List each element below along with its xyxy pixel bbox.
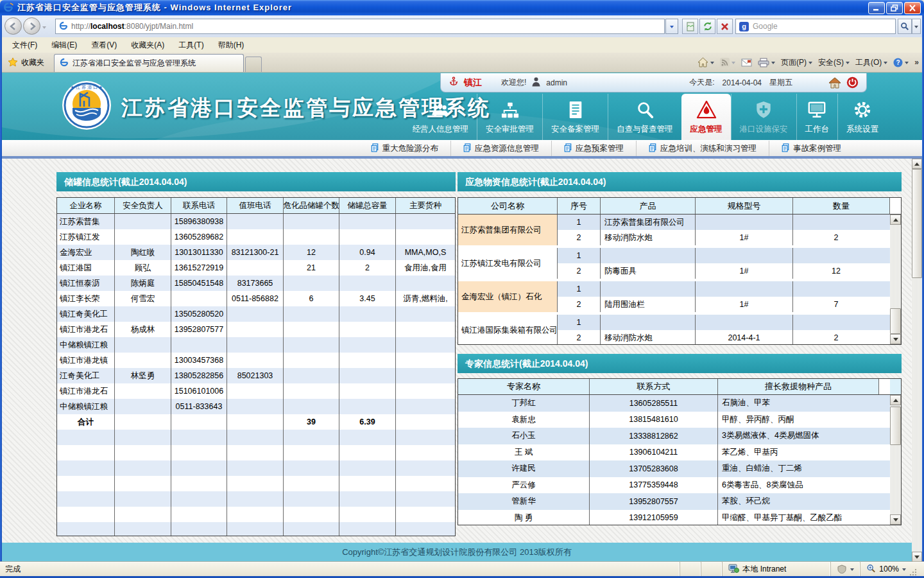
close-button[interactable] — [904, 2, 921, 14]
table-cell — [696, 281, 793, 297]
materials-scrollbar[interactable] — [890, 215, 901, 344]
scroll-up-button[interactable] — [912, 159, 922, 169]
document-icon — [782, 143, 789, 154]
nav-item-monitor[interactable]: 工作台 — [796, 94, 838, 140]
scrollbar-thumb[interactable] — [890, 308, 901, 334]
nav-item-magnifier[interactable]: 自查与督查管理 — [608, 94, 681, 140]
zoom-control[interactable]: 100% — [860, 562, 924, 576]
table-cell: 金海宏业 — [57, 245, 115, 260]
nav-item-shield[interactable]: 港口设施保安 — [731, 94, 796, 140]
scrollbar-thumb[interactable] — [890, 407, 901, 445]
subnav-item-4[interactable]: 应急培训、演练和演习管理 — [636, 141, 769, 156]
address-dropdown-button[interactable] — [665, 19, 678, 34]
table-cell — [696, 248, 793, 263]
home-shortcut-button[interactable] — [828, 77, 841, 89]
resize-grip[interactable] — [909, 568, 917, 576]
table-cell: 2 — [793, 330, 879, 345]
table-cell — [115, 460, 171, 476]
expert-products-cell: 甲缩醛、甲基异丁基酮、乙酸乙酯 — [718, 510, 879, 526]
expert-products-cell: 石脑油、甲苯 — [718, 395, 879, 412]
nav-item-warning[interactable]: 应急管理 — [681, 94, 731, 140]
read-mail-button[interactable] — [741, 58, 752, 67]
expert-phone-cell: 13338812862 — [590, 428, 718, 444]
nav-item-gear[interactable]: 系统设置 — [837, 94, 887, 140]
feeds-button[interactable] — [720, 58, 735, 67]
nav-item-orgchart[interactable]: 安全审批管理 — [477, 94, 542, 140]
expert-phone-cell: 13605285511 — [590, 395, 718, 412]
forward-button[interactable] — [23, 17, 40, 35]
table-cell: 林坚勇 — [115, 368, 171, 383]
subnav-item-2[interactable]: 应急资源信息管理 — [450, 141, 551, 156]
page-menu[interactable]: 页面(P) — [781, 57, 812, 68]
table-cell: 移动消防水炮 — [601, 230, 696, 245]
refresh-button[interactable] — [699, 19, 715, 34]
scroll-down-button[interactable] — [912, 552, 922, 562]
back-button[interactable] — [4, 17, 22, 35]
tank-panel-title: 储罐信息统计(截止2014.04.04) — [56, 172, 456, 191]
compatibility-view-button[interactable] — [682, 19, 698, 34]
table-row: 1 — [558, 248, 901, 263]
subnav-item-1[interactable]: 重大危险源分布 — [359, 141, 451, 156]
scroll-down-button[interactable] — [890, 334, 901, 344]
zoom-icon — [866, 564, 876, 575]
search-input[interactable]: g Google — [735, 19, 896, 34]
table-cell — [396, 399, 455, 414]
subnav-item-5[interactable]: 事故案例管理 — [769, 141, 853, 156]
safety-menu[interactable]: 安全(S) — [818, 57, 850, 68]
table-cell — [57, 522, 115, 536]
expert-name-cell: 管新华 — [458, 493, 590, 510]
protected-mode-button[interactable] — [830, 562, 860, 576]
scroll-up-button[interactable] — [890, 395, 901, 405]
experts-scrollbar[interactable] — [890, 395, 901, 525]
table-cell — [171, 337, 227, 353]
nav-item-document[interactable]: 安全备案管理 — [542, 94, 608, 140]
table-row: 2移动消防水炮2014-4-12 — [558, 330, 901, 345]
favorites-button[interactable]: 收藏夹 — [3, 56, 49, 69]
table-cell — [227, 522, 284, 536]
company-group: 江苏镇江发电有限公司12防毒面具1#12 — [458, 248, 901, 279]
table-cell — [57, 476, 115, 491]
menu-item-4[interactable]: 收藏夹(A) — [124, 38, 171, 53]
table-cell: 1 — [558, 248, 601, 263]
company-name-cell: 江苏镇江发电有限公司 — [458, 248, 558, 279]
menu-item-3[interactable]: 查看(V) — [84, 38, 124, 53]
search-options-dropdown[interactable] — [912, 19, 921, 34]
search-placeholder: Google — [753, 22, 778, 31]
site-header-banner: ★ 江 苏 港 口 ★ 江苏省港口安全监管与应急管理系统 镇江 欢迎您! adm… — [2, 72, 922, 140]
address-bar-input[interactable]: http://localhost:8080/yjpt/Main.html — [55, 19, 665, 34]
search-go-button[interactable] — [898, 19, 912, 34]
table-row: 江奇美化工林坚勇1380528285685021303 — [57, 368, 455, 383]
scroll-up-button[interactable] — [890, 215, 901, 225]
table-cell — [696, 215, 793, 230]
home-button[interactable] — [697, 57, 714, 67]
scrollbar-thumb[interactable] — [912, 169, 922, 278]
subnav-item-3[interactable]: 应急预案管理 — [551, 141, 636, 156]
table-row: 金海宏业陶红暾1301301133083121300-21120.94MMA,M… — [57, 245, 455, 260]
intranet-zone-icon — [728, 564, 739, 575]
stop-button[interactable] — [717, 19, 733, 34]
table-cell: 1 — [558, 215, 601, 230]
tab-current[interactable]: 江苏省港口安全监管与应急管理系统 — [54, 54, 244, 72]
print-button[interactable] — [758, 58, 775, 67]
table-row: 严云修137753594486类毒害品、8类腐蚀品 — [458, 477, 901, 494]
menu-item-2[interactable]: 编辑(E) — [44, 38, 84, 53]
table-row: 镇江市港龙石15106101006 — [57, 383, 455, 399]
gear-icon — [853, 99, 872, 119]
help-menu[interactable]: ? — [893, 58, 909, 67]
new-tab-stub[interactable] — [245, 57, 262, 72]
minimize-button[interactable] — [868, 2, 885, 14]
menu-item-6[interactable]: 帮助(H) — [211, 38, 252, 53]
recent-pages-dropdown[interactable] — [42, 24, 46, 33]
menu-item-1[interactable]: 文件(F) — [5, 38, 44, 53]
menu-item-5[interactable]: 工具(T) — [171, 38, 210, 53]
scroll-down-button[interactable] — [890, 514, 901, 525]
table-row: 镇江市港龙镇13003457368 — [57, 353, 455, 368]
expert-phone-cell: 13952807557 — [590, 493, 718, 510]
more-commands-chevron[interactable]: » — [914, 58, 919, 67]
logout-power-button[interactable] — [846, 76, 859, 89]
restore-button[interactable] — [886, 2, 903, 14]
page-scrollbar[interactable] — [912, 159, 922, 562]
nav-item-users[interactable]: 经营人信息管理 — [404, 94, 477, 140]
tools-menu[interactable]: 工具(O) — [855, 57, 887, 68]
table-cell: 6 — [284, 291, 339, 306]
